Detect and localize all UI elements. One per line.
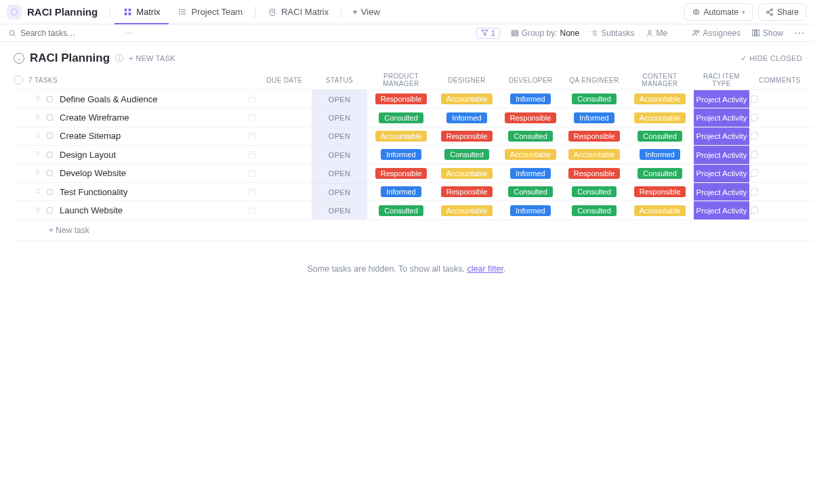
- calendar-icon[interactable]: [247, 112, 257, 123]
- status-checkbox[interactable]: [47, 96, 53, 102]
- col-raci-type[interactable]: RACI ITEM TYPE: [694, 72, 749, 87]
- cm-cell[interactable]: Consulted: [626, 168, 694, 179]
- cm-cell[interactable]: Accountable: [626, 112, 694, 123]
- designer-cell[interactable]: Informed: [435, 112, 499, 123]
- pm-cell[interactable]: Responsible: [367, 93, 435, 104]
- task-row[interactable]: ⠿Design LayoutOPENInformedConsultedAccou…: [14, 145, 813, 163]
- calendar-icon[interactable]: [247, 168, 257, 178]
- add-task-row[interactable]: + New task: [14, 219, 813, 241]
- developer-cell[interactable]: Consulted: [499, 186, 562, 197]
- type-cell[interactable]: Project Activity: [694, 165, 749, 182]
- group-by-control[interactable]: Group by: None: [511, 28, 579, 38]
- select-all-toggle[interactable]: [14, 75, 23, 85]
- show-control[interactable]: Show: [751, 28, 783, 38]
- status-checkbox[interactable]: [47, 207, 53, 213]
- designer-cell[interactable]: Accountable: [435, 168, 499, 179]
- pm-cell[interactable]: Consulted: [367, 112, 435, 123]
- status-cell[interactable]: OPEN: [312, 146, 367, 163]
- status-cell[interactable]: OPEN: [312, 108, 367, 126]
- col-product-manager[interactable]: PRODUCT MANAGER: [367, 72, 435, 87]
- task-row[interactable]: ⠿Develop WebsiteOPENResponsibleAccountab…: [14, 164, 813, 182]
- assignees-control[interactable]: Assignees: [692, 28, 741, 38]
- subtasks-control[interactable]: Subtasks: [590, 28, 634, 38]
- drag-handle[interactable]: ⠿: [35, 171, 40, 175]
- developer-cell[interactable]: Accountable: [499, 149, 562, 160]
- drag-handle[interactable]: ⠿: [35, 190, 40, 194]
- task-name[interactable]: Define Goals & Audience: [60, 94, 158, 104]
- cm-cell[interactable]: Accountable: [626, 205, 694, 216]
- add-view-button[interactable]: + View: [346, 0, 387, 24]
- status-cell[interactable]: OPEN: [312, 165, 367, 182]
- col-qa-engineer[interactable]: QA ENGINEER: [562, 77, 626, 84]
- drag-handle[interactable]: ⠿: [35, 152, 40, 156]
- col-designer[interactable]: DESIGNER: [435, 77, 499, 84]
- comments-cell[interactable]: [749, 168, 810, 178]
- status-checkbox[interactable]: [47, 170, 53, 176]
- comments-cell[interactable]: [749, 205, 810, 215]
- clear-filter-link[interactable]: clear filter: [467, 264, 504, 274]
- cm-cell[interactable]: Consulted: [626, 131, 694, 142]
- status-checkbox[interactable]: [47, 152, 53, 158]
- task-name[interactable]: Launch Website: [60, 205, 123, 215]
- qa-cell[interactable]: Informed: [562, 112, 626, 123]
- task-name[interactable]: Create Wireframe: [60, 112, 129, 123]
- new-task-link[interactable]: + NEW TASK: [129, 54, 175, 62]
- task-row[interactable]: ⠿Launch WebsiteOPENConsultedAccountableI…: [14, 201, 813, 219]
- pm-cell[interactable]: Informed: [367, 149, 435, 160]
- more-icon[interactable]: ⋯: [794, 26, 805, 39]
- search-input[interactable]: [20, 28, 115, 38]
- calendar-icon[interactable]: [247, 94, 257, 104]
- me-control[interactable]: Me: [646, 28, 668, 38]
- calendar-icon[interactable]: [247, 131, 257, 141]
- qa-cell[interactable]: Consulted: [562, 205, 626, 216]
- qa-cell[interactable]: Consulted: [562, 93, 626, 104]
- calendar-icon[interactable]: [247, 205, 257, 215]
- comments-cell[interactable]: [749, 112, 810, 123]
- type-cell[interactable]: Project Activity: [694, 90, 749, 108]
- pm-cell[interactable]: Accountable: [367, 131, 435, 142]
- col-comments[interactable]: COMMENTS: [749, 77, 810, 84]
- drag-handle[interactable]: ⠿: [35, 209, 40, 213]
- pm-cell[interactable]: Responsible: [367, 168, 435, 179]
- col-status[interactable]: STATUS: [312, 77, 367, 84]
- designer-cell[interactable]: Accountable: [435, 93, 499, 104]
- type-cell[interactable]: Project Activity: [694, 108, 749, 126]
- tab-project-team[interactable]: Project Team: [170, 0, 251, 24]
- status-checkbox[interactable]: [47, 114, 53, 121]
- pm-cell[interactable]: Consulted: [367, 205, 435, 216]
- comments-cell[interactable]: [749, 150, 810, 160]
- calendar-icon[interactable]: [247, 187, 257, 197]
- tab-raci-matrix[interactable]: RACI Matrix: [259, 0, 337, 24]
- developer-cell[interactable]: Responsible: [499, 112, 562, 123]
- designer-cell[interactable]: Responsible: [435, 131, 499, 142]
- collapse-toggle[interactable]: ⌄: [14, 53, 24, 64]
- share-button[interactable]: Share: [758, 3, 806, 21]
- type-cell[interactable]: Project Activity: [694, 183, 749, 201]
- pm-cell[interactable]: Informed: [367, 186, 435, 197]
- tab-matrix[interactable]: Matrix: [114, 0, 168, 24]
- cm-cell[interactable]: Responsible: [626, 186, 694, 197]
- qa-cell[interactable]: Accountable: [562, 149, 626, 160]
- type-cell[interactable]: Project Activity: [694, 127, 749, 145]
- comments-cell[interactable]: [749, 187, 810, 197]
- filter-count-pill[interactable]: 1: [476, 28, 500, 39]
- col-due-date[interactable]: DUE DATE: [257, 77, 312, 84]
- col-content-manager[interactable]: CONTENT MANAGER: [626, 72, 694, 87]
- status-cell[interactable]: OPEN: [312, 201, 367, 219]
- task-name[interactable]: Develop Website: [60, 168, 126, 178]
- task-row[interactable]: ⠿Test FunctionalityOPENInformedResponsib…: [14, 182, 813, 201]
- drag-handle[interactable]: ⠿: [35, 97, 40, 101]
- developer-cell[interactable]: Informed: [499, 205, 562, 216]
- task-name[interactable]: Design Layout: [60, 150, 116, 160]
- drag-handle[interactable]: ⠿: [35, 134, 40, 138]
- qa-cell[interactable]: Responsible: [562, 131, 626, 142]
- comments-cell[interactable]: [749, 94, 810, 104]
- task-row[interactable]: ⠿Create SitemapOPENAccountableResponsibl…: [14, 127, 813, 145]
- cm-cell[interactable]: Accountable: [626, 93, 694, 104]
- type-cell[interactable]: Project Activity: [694, 146, 749, 163]
- search-options-icon[interactable]: ⋯: [125, 28, 133, 38]
- drag-handle[interactable]: ⠿: [35, 116, 40, 120]
- designer-cell[interactable]: Responsible: [435, 186, 499, 197]
- task-name[interactable]: Test Functionality: [60, 187, 127, 197]
- task-name[interactable]: Create Sitemap: [60, 131, 121, 141]
